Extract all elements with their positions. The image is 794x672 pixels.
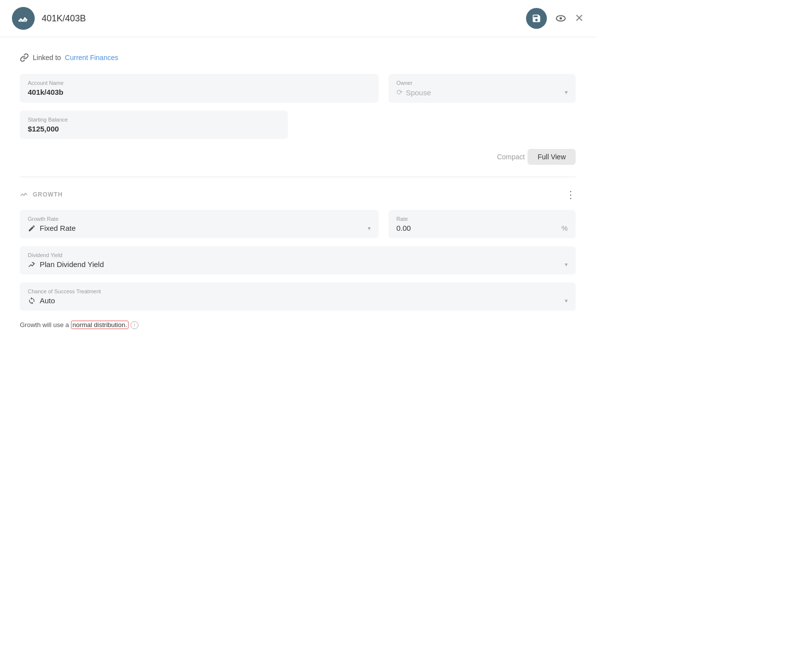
owner-icon: ⟳ <box>397 88 403 97</box>
linked-row: Linked to Current Finances <box>20 53 576 62</box>
owner-value: Spouse <box>406 88 431 97</box>
growth-rate-dropdown[interactable]: Fixed Rate ▾ <box>28 224 371 232</box>
chance-field[interactable]: Chance of Success Treatment Auto ▾ <box>20 282 576 311</box>
growth-rate-value: Fixed Rate <box>40 224 76 232</box>
chart-line-icon <box>28 261 36 269</box>
starting-balance-value: $125,000 <box>28 125 280 133</box>
svg-point-0 <box>20 18 22 20</box>
page-title: 401K/403B <box>42 13 86 24</box>
account-name-value: 401k/403b <box>28 88 371 96</box>
normal-distribution-link[interactable]: normal distribution. <box>71 321 129 329</box>
dividend-yield-dropdown[interactable]: Plan Dividend Yield ▾ <box>28 260 568 269</box>
save-button[interactable] <box>526 8 547 29</box>
starting-balance-field: Starting Balance $125,000 <box>20 111 288 139</box>
more-options-button[interactable]: ⋮ <box>566 190 576 200</box>
dividend-yield-value: Plan Dividend Yield <box>40 260 104 269</box>
preview-button[interactable] <box>555 12 567 24</box>
rate-value-row: 0.00 % <box>397 224 568 232</box>
svg-point-3 <box>26 19 28 21</box>
linked-label: Linked to <box>33 54 61 62</box>
dividend-yield-value-row: Plan Dividend Yield <box>28 260 104 269</box>
rate-label: Rate <box>397 216 568 222</box>
chance-value: Auto <box>40 296 55 305</box>
owner-value-row: ⟳ Spouse <box>397 88 431 97</box>
growth-note-row: Growth will use a normal distribution. i <box>20 321 576 329</box>
dividend-chevron-down-icon: ▾ <box>565 261 568 268</box>
svg-point-2 <box>24 17 26 19</box>
account-name-field: Account Name 401k/403b <box>20 74 379 103</box>
growth-section-title: GROWTH <box>33 191 63 198</box>
chance-chevron-down-icon: ▾ <box>565 297 568 304</box>
section-title-row: GROWTH <box>20 189 63 200</box>
link-icon <box>20 53 29 62</box>
section-divider <box>20 177 576 177</box>
chance-row: Chance of Success Treatment Auto ▾ <box>20 282 576 311</box>
chance-value-row: Auto <box>28 296 55 305</box>
growth-icon <box>17 12 29 24</box>
owner-field: Owner ⟳ Spouse ▾ <box>389 74 576 103</box>
growth-section-icon <box>20 189 29 200</box>
rate-value: 0.00 <box>397 224 411 232</box>
close-button[interactable]: ✕ <box>575 12 584 25</box>
chart-icon <box>20 189 29 198</box>
dividend-yield-field[interactable]: Dividend Yield Plan Dividend Yield ▾ <box>20 246 576 274</box>
dividend-yield-label: Dividend Yield <box>28 252 568 258</box>
svg-point-1 <box>22 20 24 22</box>
app-icon <box>12 7 35 30</box>
growth-rate-row: Growth Rate Fixed Rate ▾ Rate 0.00 % <box>20 210 576 238</box>
owner-chevron-down-icon: ▾ <box>565 89 568 96</box>
sync-icon <box>28 297 36 305</box>
balance-row: Starting Balance $125,000 <box>20 111 576 139</box>
content-area: Linked to Current Finances Account Name … <box>0 37 596 345</box>
full-view-button[interactable]: Full View <box>528 149 576 165</box>
close-icon: ✕ <box>575 12 584 25</box>
save-icon <box>531 13 541 23</box>
more-icon: ⋮ <box>566 189 576 200</box>
growth-rate-chevron-down-icon: ▾ <box>368 225 371 232</box>
chance-label: Chance of Success Treatment <box>28 288 568 294</box>
pencil-icon <box>28 224 36 232</box>
view-toggle-row: Compact Full View <box>20 149 576 165</box>
growth-rate-field[interactable]: Growth Rate Fixed Rate ▾ <box>20 210 379 238</box>
growth-rate-label: Growth Rate <box>28 216 371 222</box>
linked-link[interactable]: Current Finances <box>65 54 118 62</box>
account-name-label: Account Name <box>28 80 371 86</box>
eye-icon <box>555 12 567 24</box>
dividend-row: Dividend Yield Plan Dividend Yield ▾ <box>20 246 576 274</box>
rate-field: Rate 0.00 % <box>389 210 576 238</box>
compact-label[interactable]: Compact <box>497 153 525 161</box>
account-owner-row: Account Name 401k/403b Owner ⟳ Spouse ▾ <box>20 74 576 103</box>
starting-balance-label: Starting Balance <box>28 117 280 123</box>
app-header: 401K/403B ✕ <box>0 0 596 37</box>
info-icon[interactable]: i <box>131 321 138 329</box>
owner-dropdown[interactable]: ⟳ Spouse ▾ <box>397 88 568 97</box>
svg-point-5 <box>560 17 562 20</box>
owner-label: Owner <box>397 80 568 86</box>
header-left: 401K/403B <box>12 7 86 30</box>
note-prefix: Growth will use a <box>20 321 69 329</box>
chance-dropdown[interactable]: Auto ▾ <box>28 296 568 305</box>
rate-unit: % <box>562 224 568 232</box>
header-right: ✕ <box>526 8 584 29</box>
growth-section-header: GROWTH ⋮ <box>20 189 576 200</box>
growth-rate-value-row: Fixed Rate <box>28 224 76 232</box>
